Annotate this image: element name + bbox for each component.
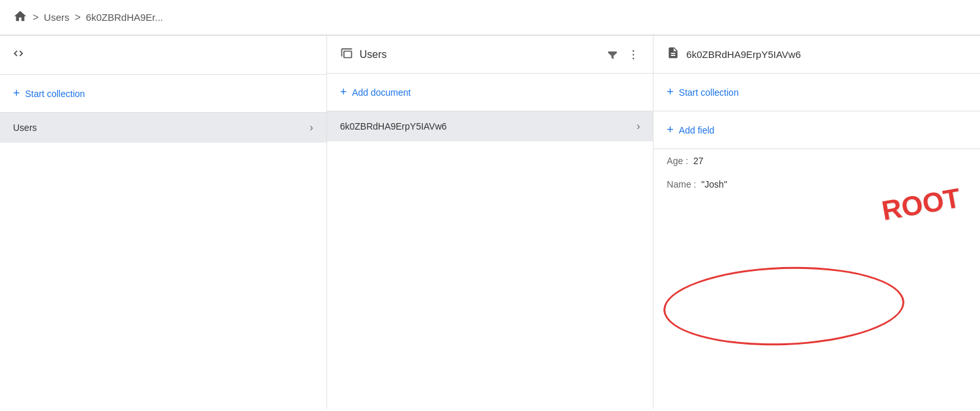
breadcrumb-doc-id[interactable]: 6k0ZBRdHA9Er... [86,12,163,23]
plus-icon-4: + [667,123,674,137]
panels-container: + Start collection Users › Users [0,35,980,409]
panel1-header [0,36,326,75]
chevron-right-icon-1: › [310,122,313,134]
panel3-start-collection[interactable]: + Start collection [654,74,980,111]
panel2-actions [606,48,640,61]
collapse-icon[interactable] [13,46,27,64]
panel2-add-document[interactable]: + Add document [327,74,654,111]
filter-icon[interactable] [606,48,619,61]
svg-point-1 [633,53,635,55]
users-collection-label: Users [13,122,37,133]
panel-users-collection: Users + Add document 6k0ZBRdHA9ErpY5IAVw… [327,36,654,409]
plus-icon-2: + [340,85,347,99]
field-age: Age : 27 [654,149,980,173]
panel1-start-collection[interactable]: + Start collection [0,75,326,113]
panel2-title: Users [360,49,600,61]
panel3-header: 6k0ZBRdHA9ErpY5IAVw6 [654,36,980,74]
chevron-right-icon-2: › [637,120,640,132]
panel3-add-field[interactable]: + Add field [654,111,980,149]
plus-icon-3: + [667,85,674,99]
breadcrumb-users[interactable]: Users [44,12,69,23]
plus-icon-1: + [13,87,20,100]
field-age-value: 27 [693,156,704,166]
field-name-value: "Josh" [701,179,727,190]
more-vertical-icon[interactable] [627,48,640,61]
field-age-name: Age : [667,156,688,166]
breadcrumb-separator-1: > [33,12,38,23]
svg-point-0 [633,50,635,51]
panel3-doc-id: 6k0ZBRdHA9ErpY5IAVw6 [686,49,801,60]
panel3-inner: 6k0ZBRdHA9ErpY5IAVw6 + Start collection … [654,36,980,409]
document-icon [667,46,680,63]
start-collection-label-1: Start collection [25,89,85,99]
home-icon[interactable] [13,9,27,25]
add-document-label: Add document [352,87,411,98]
collection-icon [340,46,353,63]
panel2-header: Users [327,36,654,74]
document-item[interactable]: 6k0ZBRdHA9ErpY5IAVw6 › [327,111,654,141]
add-field-label: Add field [679,125,714,135]
breadcrumb-separator-2: > [75,12,81,23]
breadcrumb: > Users > 6k0ZBRdHA9Er... [0,0,980,35]
start-collection-label-2: Start collection [679,87,739,98]
users-collection-item[interactable]: Users › [0,113,326,143]
document-id-label: 6k0ZBRdHA9ErpY5IAVw6 [340,121,447,132]
field-name-key: Name : [667,179,696,190]
field-name: Name : "Josh" [654,173,980,196]
panel-document-fields: 6k0ZBRdHA9ErpY5IAVw6 + Start collection … [654,36,980,409]
svg-point-2 [633,57,635,59]
panel-root-collections: + Start collection Users › [0,36,327,409]
